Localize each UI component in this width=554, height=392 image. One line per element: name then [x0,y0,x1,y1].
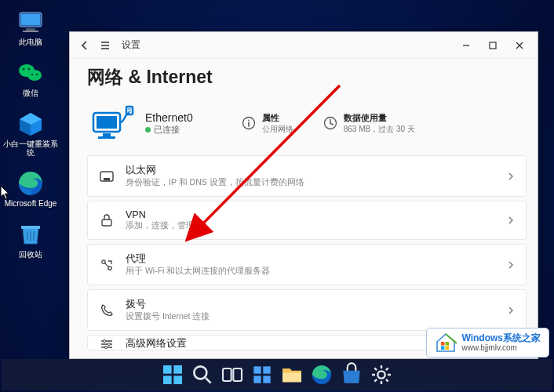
house-logo-icon [435,332,457,353]
svg-rect-34 [446,347,450,350]
svg-rect-5 [23,31,38,32]
wechat-icon [16,59,45,87]
list-item-title: 高级网络设置 [126,337,187,350]
watermark: Windows系统之家 www.bjjmlv.com [426,328,549,358]
taskbar[interactable] [2,359,552,390]
connection-name: Ethernet0 [145,111,193,124]
list-item-vpn[interactable]: VPN 添加，连接，管理 [87,201,527,240]
back-button[interactable] [75,35,95,56]
list-item-ethernet[interactable]: 以太网 身份验证，IP 和 DNS 设置，按流量计费的网络 [87,155,527,197]
svg-rect-16 [97,116,117,129]
task-view-icon [220,362,245,387]
svg-rect-24 [102,220,111,226]
svg-rect-31 [441,342,445,346]
data-usage-title: 数据使用量 [344,112,415,124]
properties-sub: 公用网络 [262,124,293,135]
svg-rect-43 [263,366,270,373]
folder-icon [279,362,304,387]
hamburger-button[interactable] [95,35,115,56]
minimize-icon [461,41,471,50]
list-item-dialup[interactable]: 拨号 设置拨号 Internet 连接 [87,289,527,331]
connection-status: Ethernet0 已连接 属性 公用网络 [87,100,527,155]
connection-status-text: 已连接 [154,124,180,136]
taskbar-explorer[interactable] [279,362,304,387]
desktop-icon-recycle-bin[interactable]: 回收站 [3,217,58,262]
taskbar-start[interactable] [160,362,185,387]
titlebar: 设置 [70,32,538,59]
taskbar-search[interactable] [190,362,215,387]
desktop-icon-wechat[interactable]: 微信 [3,56,58,100]
watermark-url: www.bjjmlv.com [461,343,541,352]
svg-point-10 [31,74,34,76]
settings-window: 设置 网络 & Internet Ethernet0 已连接 [69,31,538,359]
svg-point-27 [103,339,105,342]
edge-icon [309,362,334,387]
phone-icon [99,303,115,318]
svg-rect-44 [253,376,261,383]
list-item-title: 代理 [126,252,270,266]
data-usage-sub: 863 MB，过去 30 天 [344,124,415,135]
pc-icon [16,8,45,36]
chevron-right-icon [507,258,515,272]
package-icon [16,110,45,138]
list-item-title: 拨号 [126,298,210,311]
svg-rect-3 [21,14,40,25]
svg-point-28 [108,343,110,345]
arrow-left-icon [79,40,90,51]
desktop-icon-xiaobai[interactable]: 小白一键重装系统 [3,107,58,160]
svg-point-39 [194,366,206,379]
desktop-icon-label: 回收站 [19,250,42,259]
ethernet-icon [99,169,115,184]
status-dot-icon [145,127,151,132]
window-body: 网络 & Internet Ethernet0 已连接 属性 公用网络 [70,59,538,350]
svg-rect-40 [223,368,231,381]
taskbar-settings[interactable] [369,362,394,387]
lock-icon [99,212,115,228]
taskbar-taskview[interactable] [220,362,245,387]
desktop-icon-this-pc[interactable]: 此电脑 [3,5,58,49]
hamburger-icon [100,40,111,51]
svg-rect-17 [103,133,111,136]
svg-rect-37 [163,376,172,384]
connection-info: Ethernet0 已连接 [145,111,193,136]
data-usage-icon [323,116,337,130]
sliders-icon [99,336,115,351]
svg-rect-14 [490,42,496,49]
taskbar-edge[interactable] [309,362,334,387]
widgets-icon [250,362,275,387]
chevron-right-icon [507,169,515,183]
svg-point-29 [104,346,107,348]
svg-point-26 [108,266,111,269]
svg-rect-33 [441,347,445,350]
list-item-proxy[interactable]: 代理 用于 Wi-Fi 和以太网连接的代理服务器 [87,244,527,285]
desktop-icon-edge[interactable]: Microsoft Edge [3,166,58,211]
taskbar-widgets[interactable] [250,362,275,387]
list-item-sub: 身份验证，IP 和 DNS 设置，按流量计费的网络 [126,177,304,188]
connection-status-label: 已连接 [145,124,193,136]
svg-rect-35 [163,365,172,374]
recycle-bin-icon [16,220,45,249]
svg-rect-41 [233,368,242,381]
svg-rect-23 [104,178,110,180]
properties-button[interactable]: 属性 公用网络 [242,112,293,135]
svg-rect-42 [253,366,261,373]
close-button[interactable] [506,35,533,56]
svg-point-9 [28,68,31,71]
taskbar-store[interactable] [339,362,364,387]
edge-icon [16,169,45,198]
svg-point-8 [23,68,25,71]
svg-rect-4 [26,28,35,31]
list-item-sub: 设置拨号 Internet 连接 [126,311,210,322]
maximize-button[interactable] [479,35,506,56]
list-item-title: VPN [126,209,195,220]
svg-rect-38 [173,376,182,384]
minimize-button[interactable] [453,35,479,56]
desktop-icon-label: 小白一键重装系统 [3,140,58,157]
svg-rect-18 [98,136,115,139]
close-icon [515,41,524,50]
list-item-sub: 用于 Wi-Fi 和以太网连接的代理服务器 [126,266,270,277]
svg-rect-45 [263,376,270,383]
data-usage-button[interactable]: 数据使用量 863 MB，过去 30 天 [323,112,415,135]
desktop-icon-label: 此电脑 [19,38,42,46]
svg-rect-32 [446,342,450,346]
